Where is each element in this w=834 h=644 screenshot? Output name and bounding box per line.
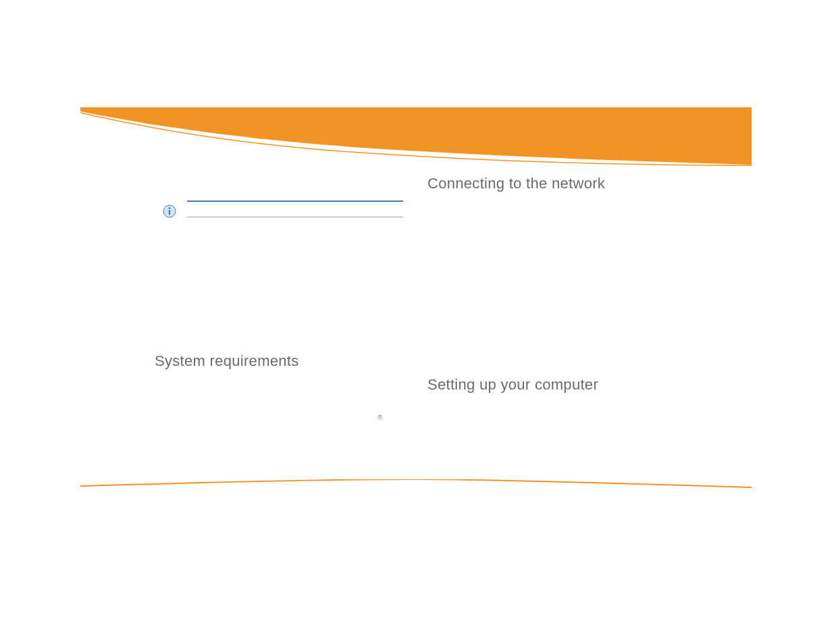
document-page: MOXI™ System requirements ® xyxy=(80,107,752,495)
logo-text: MOXI xyxy=(671,137,725,158)
info-line-bottom xyxy=(187,217,403,217)
registered-mark: ® xyxy=(377,414,382,421)
footer-swoosh xyxy=(80,479,752,490)
svg-point-1 xyxy=(169,207,171,209)
info-callout xyxy=(155,200,411,217)
trademark-symbol: ™ xyxy=(723,137,729,143)
svg-rect-2 xyxy=(169,210,170,215)
heading-connecting-network: Connecting to the network xyxy=(427,175,725,192)
info-icon xyxy=(163,205,176,218)
info-lines xyxy=(187,200,403,217)
heading-setting-up-computer: Setting up your computer xyxy=(427,376,725,394)
right-column: Connecting to the network Setting up you… xyxy=(427,168,725,394)
header-swoosh: MOXI™ xyxy=(80,107,752,168)
brand-logo: MOXI™ xyxy=(671,137,729,159)
info-line-top xyxy=(187,200,403,202)
heading-system-requirements: System requirements xyxy=(155,352,411,370)
left-column: System requirements ® xyxy=(155,168,411,370)
